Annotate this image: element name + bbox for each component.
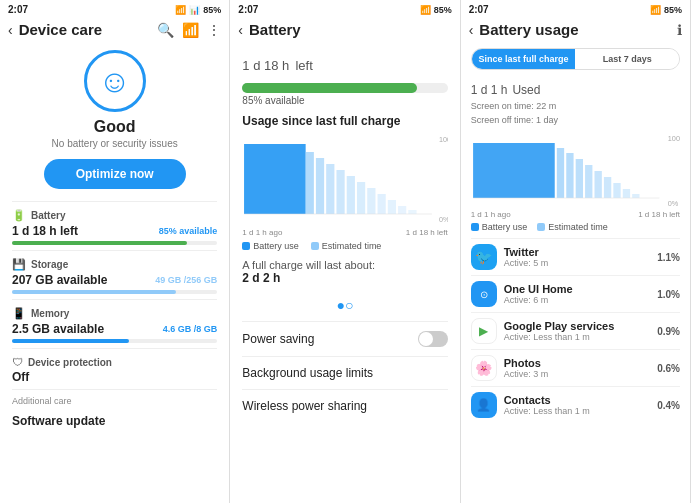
software-update-label[interactable]: Software update bbox=[12, 408, 217, 430]
chart-legend-p3: Battery use Estimated time bbox=[471, 222, 680, 232]
gplay-pct: 0.9% bbox=[657, 326, 680, 337]
screen-off-text: Screen off time: 1 day bbox=[471, 115, 558, 125]
power-saving-label: Power saving bbox=[242, 332, 314, 346]
usage-section-title: Usage since last full charge bbox=[242, 114, 447, 128]
status-icons-p1: 📶 📊 85% bbox=[175, 5, 221, 15]
svg-rect-23 bbox=[604, 177, 611, 198]
app-row-gplay[interactable]: ▶ Google Play services Active: Less than… bbox=[471, 312, 680, 349]
app-row-oneui[interactable]: ⊙ One UI Home Active: 6 m 1.0% bbox=[471, 275, 680, 312]
svg-rect-5 bbox=[327, 164, 335, 214]
wifi-icon: 📶 bbox=[175, 5, 186, 15]
app-row-twitter[interactable]: 🐦 Twitter Active: 5 m 1.1% bbox=[471, 238, 680, 275]
svg-marker-17 bbox=[473, 143, 555, 198]
status-icon: ☺ bbox=[84, 50, 146, 112]
app-row-contacts[interactable]: 👤 Contacts Active: Less than 1 m 0.4% bbox=[471, 386, 680, 423]
svg-text:0%: 0% bbox=[439, 216, 447, 224]
memory-right: 4.6 GB /8 GB bbox=[163, 324, 218, 334]
storage-value: 207 GB available bbox=[12, 273, 107, 287]
svg-rect-2 bbox=[244, 144, 306, 214]
background-usage-row[interactable]: Background usage limits bbox=[242, 356, 447, 389]
contacts-active: Active: Less than 1 m bbox=[504, 406, 658, 416]
storage-bar bbox=[12, 290, 217, 294]
status-bar-p2: 2:07 📶 85% bbox=[230, 0, 459, 17]
care-item-protection[interactable]: 🛡 Device protection Off bbox=[12, 348, 217, 389]
oneui-active: Active: 6 m bbox=[504, 295, 658, 305]
svg-rect-11 bbox=[388, 200, 396, 214]
memory-label: Memory bbox=[31, 308, 69, 319]
protection-value: Off bbox=[12, 370, 29, 384]
info-icon[interactable]: ℹ bbox=[677, 22, 682, 38]
chart-label-end-p3: 1 d 18 h left bbox=[638, 210, 680, 219]
optimize-button[interactable]: Optimize now bbox=[44, 159, 186, 189]
signal-bar-icon[interactable]: 📶 bbox=[182, 22, 199, 38]
svg-rect-4 bbox=[316, 158, 324, 214]
contacts-icon: 👤 bbox=[471, 392, 497, 418]
chart-label-end: 1 d 18 h left bbox=[406, 228, 448, 237]
battery-bar bbox=[12, 241, 217, 245]
memory-bar bbox=[12, 339, 217, 343]
back-btn-p3[interactable]: ‹ bbox=[469, 22, 474, 38]
top-bar-p3: ‹ Battery usage ℹ bbox=[461, 17, 690, 44]
battery-usage-content: Since last full charge Last 7 days 1 d 1… bbox=[461, 44, 690, 503]
tab-since-full-charge[interactable]: Since last full charge bbox=[472, 49, 576, 69]
svg-rect-3 bbox=[306, 152, 314, 214]
screen-title-p1: Device care bbox=[19, 21, 158, 38]
back-btn-p2[interactable]: ‹ bbox=[238, 22, 243, 38]
status-icons-p3: 📶 85% bbox=[650, 5, 682, 15]
oneui-info: One UI Home Active: 6 m bbox=[504, 283, 658, 305]
legend-battery-use: Battery use bbox=[242, 241, 299, 251]
search-icon-p1[interactable]: 🔍 bbox=[157, 22, 174, 38]
battery-main-bar bbox=[242, 83, 447, 93]
oneui-name: One UI Home bbox=[504, 283, 658, 295]
screen-title-p2: Battery bbox=[249, 21, 452, 38]
wireless-sharing-row[interactable]: Wireless power sharing bbox=[242, 389, 447, 422]
photos-pct: 0.6% bbox=[657, 363, 680, 374]
status-bar-p3: 2:07 📶 85% bbox=[461, 0, 690, 17]
protection-label: Device protection bbox=[28, 357, 112, 368]
gplay-name: Google Play services bbox=[504, 320, 658, 332]
svg-rect-12 bbox=[398, 206, 406, 214]
twitter-active: Active: 5 m bbox=[504, 258, 658, 268]
back-btn-p1[interactable]: ‹ bbox=[8, 22, 13, 38]
signal-icon: 📊 bbox=[189, 5, 200, 15]
care-item-memory[interactable]: 📱 Memory 2.5 GB available 4.6 GB /8 GB bbox=[12, 299, 217, 348]
svg-rect-13 bbox=[409, 210, 417, 214]
power-saving-toggle[interactable] bbox=[418, 331, 448, 347]
svg-text:100: 100 bbox=[439, 136, 447, 144]
legend-estimated: Estimated time bbox=[311, 241, 382, 251]
battery-content: 1 d 18 h left 85% available Usage since … bbox=[230, 44, 459, 503]
wifi-icon-p2: 📶 bbox=[420, 5, 431, 15]
protection-icon: 🛡 bbox=[12, 356, 23, 368]
chart-legend-p2: Battery use Estimated time bbox=[242, 241, 447, 251]
svg-rect-25 bbox=[622, 189, 629, 198]
battery-text-p3: 85% bbox=[664, 5, 682, 15]
top-bar-p2: ‹ Battery bbox=[230, 17, 459, 44]
battery-usage-panel: 2:07 📶 85% ‹ Battery usage ℹ Since last … bbox=[461, 0, 691, 503]
tab-last-7-days[interactable]: Last 7 days bbox=[575, 49, 679, 69]
chart-labels-p2: 1 d 1 h ago 1 d 18 h left bbox=[242, 228, 447, 237]
storage-right: 49 GB /256 GB bbox=[155, 275, 217, 285]
svg-rect-9 bbox=[368, 188, 376, 214]
svg-rect-6 bbox=[337, 170, 345, 214]
time-p1: 2:07 bbox=[8, 4, 28, 15]
care-item-storage[interactable]: 💾 Storage 207 GB available 49 GB /256 GB bbox=[12, 250, 217, 299]
app-row-photos[interactable]: 🌸 Photos Active: 3 m 0.6% bbox=[471, 349, 680, 386]
more-icon-p1[interactable]: ⋮ bbox=[207, 22, 221, 38]
battery-usage-chart2: 100 0% bbox=[471, 133, 680, 208]
legend-dot-battery bbox=[242, 242, 250, 250]
time-p3: 2:07 bbox=[469, 4, 489, 15]
svg-rect-7 bbox=[347, 176, 355, 214]
battery-value: 1 d 18 h left bbox=[12, 224, 78, 238]
svg-text:100: 100 bbox=[667, 135, 679, 143]
oneui-icon: ⊙ bbox=[471, 281, 497, 307]
device-care-content: ☺ Good No battery or security issues Opt… bbox=[0, 44, 229, 503]
power-saving-row[interactable]: Power saving bbox=[242, 321, 447, 356]
svg-rect-18 bbox=[556, 148, 563, 198]
top-icons-p1: 🔍 📶 ⋮ bbox=[157, 22, 221, 38]
care-item-battery[interactable]: 🔋 Battery 1 d 18 h left 85% available bbox=[12, 201, 217, 250]
additional-care-label: Additional care bbox=[12, 389, 217, 408]
legend-battery-p3: Battery use bbox=[471, 222, 528, 232]
photos-active: Active: 3 m bbox=[504, 369, 658, 379]
background-usage-label: Background usage limits bbox=[242, 366, 373, 380]
svg-rect-20 bbox=[575, 159, 582, 198]
